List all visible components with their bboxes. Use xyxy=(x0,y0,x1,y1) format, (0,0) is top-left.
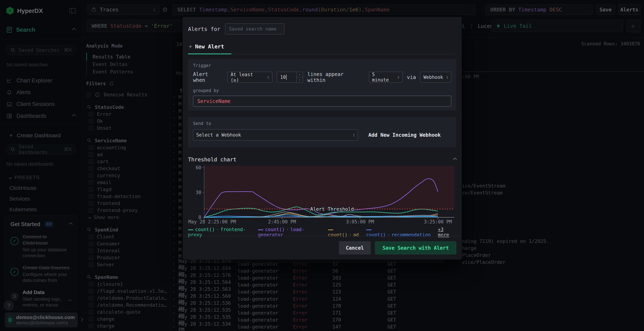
webhook-select[interactable]: Select a Webhook ▴▾ xyxy=(193,129,358,141)
threshold-chart-title: Threshold chart xyxy=(188,156,454,163)
collapse-chart-chevron[interactable] xyxy=(453,157,457,162)
text-caret xyxy=(286,74,286,80)
x-tick-label: 3:05:00 PM xyxy=(346,219,374,225)
x-tick-label: 3:25:00 PM xyxy=(424,219,452,225)
plus-icon: + xyxy=(189,43,192,50)
cancel-button[interactable]: Cancel xyxy=(339,241,371,255)
threshold-chart: 03060May 28 2:25:00 PM2:45:00 PM3:05:00 … xyxy=(188,164,456,226)
threshold-chart-svg: 03060May 28 2:25:00 PM2:45:00 PM3:05:00 … xyxy=(188,164,456,225)
condition-select[interactable]: At least (≥) ▴▾ xyxy=(227,72,272,83)
y-tick-label: 60 xyxy=(196,165,201,170)
window-select[interactable]: 5 minute ▴▾ xyxy=(369,72,403,83)
saved-search-name-placeholder: Saved search name xyxy=(229,26,276,32)
lines-appear-label: lines appear within xyxy=(307,71,364,83)
add-webhook-link[interactable]: Add New Incoming Webhook xyxy=(368,132,441,138)
select-updown-icon: ▴▾ xyxy=(446,75,448,79)
threshold-value-input[interactable]: 10 ▴▾ xyxy=(277,72,303,83)
y-tick-label: 30 xyxy=(196,190,201,195)
number-stepper[interactable]: ▴▾ xyxy=(296,72,303,82)
app-root: ⚡ HyperDX Search Saved Searches ⌘K No sa… xyxy=(0,0,644,331)
select-updown-icon: ▴▾ xyxy=(353,133,355,137)
legend-dash xyxy=(366,230,372,230)
grouped-by-input[interactable]: ServiceName xyxy=(193,96,451,107)
select-updown-icon: ▴▾ xyxy=(398,75,399,79)
via-label: via xyxy=(407,74,416,80)
alert-modal: Alerts for Saved search name + New Alert… xyxy=(183,17,462,260)
alert-threshold-label: Alert Threshold xyxy=(310,206,354,212)
legend-dash xyxy=(188,230,194,230)
trigger-card: Trigger Alert when At least (≥) ▴▾ 10 ▴▾… xyxy=(188,59,456,111)
channel-select[interactable]: Webhook ▴▾ xyxy=(420,72,451,83)
send-to-label: Send to xyxy=(193,121,451,126)
x-tick-label: May 28 2:25:00 PM xyxy=(188,219,236,225)
modal-title: Alerts for xyxy=(188,26,220,32)
legend-dash xyxy=(328,230,333,230)
saved-search-name-input[interactable]: Saved search name xyxy=(225,23,284,34)
send-to-card: Send to Select a Webhook ▴▾ Add New Inco… xyxy=(188,117,456,147)
legend-dash xyxy=(258,230,263,230)
select-updown-icon: ▴▾ xyxy=(267,75,269,79)
tab-new-alert[interactable]: + New Alert xyxy=(188,43,231,54)
save-search-with-alert-button[interactable]: Save Search with Alert xyxy=(375,241,456,255)
alert-tabs: + New Alert xyxy=(188,43,456,54)
trigger-label: Trigger xyxy=(193,63,451,68)
grouped-by-label: grouped by xyxy=(193,88,451,93)
alert-when-label: Alert when xyxy=(193,71,223,83)
x-tick-label: 2:45:00 PM xyxy=(268,219,296,225)
above-threshold-shade xyxy=(204,166,454,209)
